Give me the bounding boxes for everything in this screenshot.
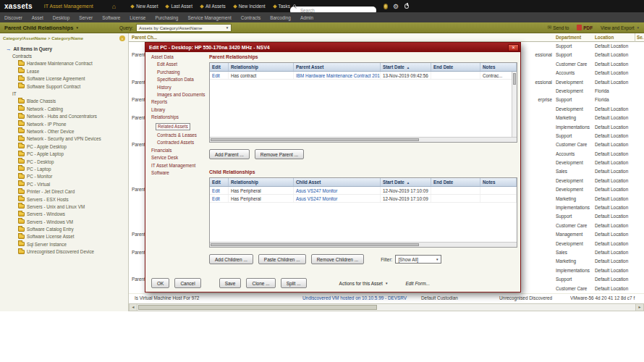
top-menu-item[interactable]: New Asset [131, 4, 158, 9]
top-menu-item[interactable]: New Incident [234, 4, 266, 9]
asset-link[interactable]: IBM Hardware Maintenance Contract 2018-2… [294, 72, 381, 79]
edit-link[interactable]: Edit [210, 72, 229, 79]
remove-parent-button[interactable]: Remove Parent ... [255, 149, 304, 159]
menubar-item[interactable]: Contracts [241, 15, 260, 20]
edit-link[interactable]: Edit [210, 187, 229, 194]
column-header-end-date[interactable]: End Date [431, 63, 480, 71]
home-icon[interactable]: ⌂ [112, 3, 116, 10]
dialog-menu-item[interactable]: Images and Documents [151, 93, 209, 97]
dialog-menu-item[interactable]: Purchasing [151, 70, 209, 75]
top-menu-item[interactable]: Last Asset [166, 4, 192, 9]
dialog-menu-item[interactable]: Specification Data [151, 77, 209, 82]
save-button[interactable]: Save [219, 278, 242, 288]
column-header-edit[interactable]: Edit [210, 178, 229, 186]
column-header-end-date[interactable]: End Date [431, 178, 480, 186]
dialog-menu-item[interactable]: Library [151, 108, 209, 112]
query-select[interactable]: Assets by Category/AssetName ▼ [136, 24, 232, 32]
dialog-menu-item[interactable]: Reports [151, 100, 209, 104]
tree-item[interactable]: Network - Other Device [0, 127, 128, 135]
tree-item[interactable]: Blade Chassis [0, 98, 128, 105]
column-header-parent[interactable]: Parent Ch... [132, 33, 157, 42]
split-button[interactable]: Split ... [281, 278, 307, 288]
tree-item[interactable]: Hardware Maintenance Contract [0, 60, 128, 67]
relationship-row[interactable]: Edit Has Peripheral Asus VS247 Monitor 1… [210, 187, 517, 195]
tree-item[interactable]: Sql Server Instance [0, 240, 128, 248]
dialog-menu-item[interactable]: Edit Asset [151, 62, 209, 67]
column-header-relationship[interactable]: Relationship [229, 63, 294, 71]
column-header-child-asset[interactable]: Child Asset [294, 178, 381, 186]
tree-item[interactable]: Software Support Contract [0, 83, 128, 90]
tree-item[interactable]: Network - IP Phone [0, 120, 128, 127]
tree-item[interactable]: Servers - Windows VM [0, 218, 128, 225]
tree-item[interactable]: PC - Desktop [0, 158, 128, 165]
column-header-start-date[interactable]: Start Date [381, 63, 431, 71]
paste-children-button[interactable]: Paste Children ... [258, 254, 306, 264]
tree-item[interactable]: PC - Laptop [0, 165, 128, 172]
power-icon[interactable] [404, 4, 409, 9]
horizontal-scrollbar[interactable] [210, 137, 517, 142]
send-to-button[interactable]: ✉ Send to [547, 25, 569, 30]
view-title-dropdown[interactable]: Parent Child Relationships ▼ [4, 25, 79, 31]
dialog-menu-item[interactable]: IT Asset Management [151, 164, 209, 168]
column-header-notes[interactable]: Notes [480, 63, 517, 71]
tree-item[interactable]: PC - Virtual [0, 180, 128, 188]
menubar-item[interactable]: Admin [300, 15, 313, 20]
horizontal-scrollbar[interactable] [210, 242, 517, 247]
cancel-button[interactable]: Cancel [174, 278, 200, 288]
panel-arrow-icon[interactable]: › [119, 35, 125, 41]
top-menu-item[interactable]: All Assets [200, 4, 226, 9]
dialog-menu-item[interactable]: Software [151, 171, 209, 175]
filter-select[interactable]: [Show All] ▼ [395, 255, 441, 264]
column-header-edit[interactable]: Edit [210, 63, 229, 71]
edit-link[interactable]: Edit [210, 195, 229, 202]
asset-link[interactable]: Asus VS247 Monitor [294, 195, 381, 202]
tree-item[interactable]: Printer - Jet Direct Card [0, 188, 128, 195]
vertical-scrollbar[interactable] [512, 72, 517, 137]
dialog-menu-item[interactable]: Financials [151, 148, 209, 153]
tree-item[interactable]: Servers - Unix and Linux VM [0, 203, 128, 210]
asset-link[interactable]: Undiscovered VM hosted on 10.10.5.99 - D… [302, 294, 407, 303]
tree-item[interactable]: Unrecognised Discovered Device [0, 248, 128, 256]
dialog-menu-item[interactable]: Related Assets [156, 123, 190, 130]
ok-button[interactable]: OK [151, 278, 169, 288]
column-header-department[interactable]: Department [556, 33, 581, 42]
asset-link[interactable]: Asus VS247 Monitor [294, 187, 381, 194]
horizontal-scrollbar[interactable]: ◄ ► [129, 303, 644, 311]
close-icon[interactable]: × [508, 44, 519, 51]
menubar-item[interactable]: Service Management [187, 15, 231, 20]
scrollbar-thumb[interactable] [513, 73, 516, 85]
tree-item[interactable]: Contracts [0, 52, 128, 59]
dialog-menu-item[interactable]: Contracts & Leases [151, 133, 209, 138]
add-parent-button[interactable]: Add Parent ... [209, 149, 250, 159]
menubar-item[interactable]: Software [102, 15, 120, 20]
tree-item[interactable]: Lease [0, 67, 128, 75]
menubar-item[interactable]: Server [79, 15, 93, 20]
tree-item[interactable]: Servers - Windows [0, 211, 128, 218]
globe-icon[interactable] [384, 4, 389, 9]
scrollbar-thumb[interactable] [211, 138, 419, 141]
actions-for-asset-dropdown[interactable]: Actions for this Asset ▼ [339, 281, 389, 286]
dialog-menu-item[interactable]: Service Desk [151, 156, 209, 160]
column-header-start-date[interactable]: Start Date [381, 178, 431, 186]
tree-item[interactable]: Software License Agreement [0, 75, 128, 83]
tree-item[interactable]: Network - Cabling [0, 105, 128, 112]
clone-button[interactable]: Clone ... [246, 278, 275, 288]
relationship-row[interactable]: Edit Has contract IBM Hardware Maintenan… [210, 72, 517, 80]
tree-item[interactable]: Network - Security and VPN Devices [0, 135, 128, 143]
menubar-item[interactable]: Asset [32, 15, 43, 20]
top-menu-item[interactable]: Tasks [274, 4, 290, 9]
pdf-export-button[interactable]: PDF [577, 25, 593, 30]
tree-item[interactable]: IT [0, 90, 128, 97]
column-header-notes[interactable]: Notes [480, 178, 517, 186]
scroll-right-arrow-icon[interactable]: ► [635, 304, 643, 311]
edit-form-link[interactable]: Edit Form... [405, 281, 430, 286]
remove-children-button[interactable]: Remove Children ... [311, 254, 364, 264]
menubar-item[interactable]: Desktop [53, 15, 69, 20]
grid-row-virtual-host[interactable]: Is Virtual Machine Host For 972 Undiscov… [129, 293, 644, 302]
menubar-item[interactable]: License [130, 15, 145, 20]
tree-item[interactable]: All Items in Query [0, 45, 128, 52]
scrollbar-thumb[interactable] [138, 305, 377, 310]
dialog-menu-item[interactable]: Relationships [151, 115, 209, 119]
column-header-parent-asset[interactable]: Parent Asset [294, 63, 381, 71]
view-and-export-dropdown[interactable]: View and Export ▼ [601, 25, 640, 30]
